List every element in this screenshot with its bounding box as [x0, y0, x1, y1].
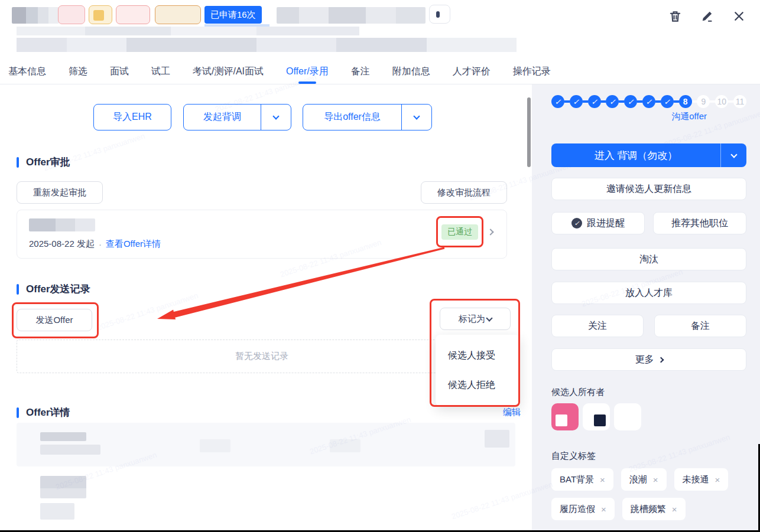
- applied-count-badge[interactable]: 已申请16次: [204, 6, 262, 24]
- chevron-down-icon: [272, 113, 279, 119]
- candidate-tag-chip: [58, 5, 85, 24]
- custom-tags-row: BAT背景× 浪潮× 未接通×: [551, 468, 728, 491]
- owner-avatar[interactable]: [614, 403, 641, 430]
- step-4[interactable]: ✓: [606, 95, 619, 108]
- tab-exam-assessment[interactable]: 考试/测评/AI面试: [193, 59, 264, 84]
- stage-dropdown-toggle[interactable]: [720, 143, 746, 167]
- view-offer-detail-link[interactable]: 查看Offer详情: [106, 239, 161, 250]
- annotation-box-status: 已通过: [436, 216, 483, 247]
- tag-bat-background[interactable]: BAT背景×: [551, 468, 613, 491]
- check-icon: ✓: [573, 97, 579, 106]
- step-10[interactable]: 10: [715, 95, 728, 108]
- redacted-text-block: [40, 503, 74, 520]
- candidate-owner-label: 候选人所有者: [551, 387, 605, 398]
- owner-avatars: [551, 403, 641, 430]
- enter-background-check-button[interactable]: 进入 背调（勿改）: [551, 143, 720, 167]
- delete-button[interactable]: [668, 9, 682, 23]
- mark-as-menu: 候选人接受 候选人拒绝: [436, 335, 520, 406]
- step-6[interactable]: ✓: [642, 95, 655, 108]
- redacted-text-block: [40, 432, 86, 441]
- talent-pool-button[interactable]: 放入人才库: [551, 282, 746, 304]
- offer-tab-content: 导入EHR 发起背调 导出offer信息 Offer审批 重新发起审批 修改审批…: [0, 84, 532, 532]
- reinitiate-approval-button[interactable]: 重新发起审批: [17, 181, 103, 204]
- export-offer-dropdown-toggle[interactable]: [401, 105, 431, 130]
- follow-reminder-button[interactable]: ✓ 跟进提醒: [551, 212, 645, 234]
- step-3[interactable]: ✓: [588, 95, 601, 108]
- pencil-icon: [700, 9, 714, 23]
- export-offer-button[interactable]: 导出offer信息: [303, 105, 401, 130]
- check-icon: ✓: [609, 97, 616, 106]
- chevron-down-icon: [486, 315, 492, 321]
- menu-item-candidate-rejected[interactable]: 候选人拒绝: [436, 370, 520, 400]
- step-2[interactable]: ✓: [570, 95, 583, 108]
- step-11[interactable]: 11: [733, 95, 746, 108]
- tab-talent-evaluation[interactable]: 人才评价: [453, 59, 491, 84]
- remove-tag-icon[interactable]: ×: [600, 475, 605, 485]
- chevron-down-icon: [730, 151, 737, 158]
- background-check-split-button: 发起背调: [183, 104, 291, 130]
- approval-record-meta: 2025-08-22 发起 · 查看Offer详情: [29, 239, 161, 250]
- owner-avatar[interactable]: [551, 403, 579, 430]
- status-badge-approved: 已通过: [441, 224, 478, 240]
- tab-notes[interactable]: 备注: [351, 59, 370, 84]
- candidate-offer-screen: 已申请16次 基本信息 筛选: [0, 0, 760, 532]
- step-9[interactable]: 9: [697, 95, 710, 108]
- redacted-text-block: [330, 439, 360, 452]
- import-ehr-button[interactable]: 导入EHR: [93, 104, 171, 130]
- tag-resume-fraud[interactable]: 履历造假×: [551, 498, 615, 520]
- remove-tag-icon[interactable]: ×: [672, 504, 677, 514]
- recommend-other-jobs-button[interactable]: 推荐其他职位: [653, 212, 746, 234]
- tab-operation-log[interactable]: 操作记录: [513, 59, 551, 84]
- title-accent-bar: [17, 157, 19, 168]
- redacted-text-block: [40, 476, 86, 498]
- menu-item-candidate-accepted[interactable]: 候选人接受: [436, 341, 520, 370]
- edit-button[interactable]: [700, 9, 714, 23]
- close-icon: [732, 9, 746, 23]
- primary-stage-split-button: 进入 背调（勿改）: [551, 143, 746, 167]
- invite-update-button[interactable]: 邀请候选人更新信息: [551, 178, 746, 200]
- approval-record-card[interactable]: 2025-08-22 发起 · 查看Offer详情 已通过: [17, 210, 507, 259]
- redacted-text-block: [17, 38, 517, 52]
- collapse-icon: [436, 11, 440, 18]
- tag-frequent-job-hopping[interactable]: 跳槽频繁×: [622, 498, 686, 520]
- meta-separator: ·: [99, 239, 102, 249]
- custom-tags-label: 自定义标签: [551, 451, 596, 462]
- mark-as-dropdown-button[interactable]: 标记为: [440, 308, 511, 330]
- remove-tag-icon[interactable]: ×: [601, 504, 606, 514]
- tag-no-answer[interactable]: 未接通×: [674, 468, 729, 491]
- eliminate-button[interactable]: 淘汰: [551, 248, 746, 270]
- step-1[interactable]: ✓: [551, 95, 564, 108]
- check-icon: ✓: [664, 97, 670, 106]
- redacted-candidate-name: [12, 7, 59, 24]
- remove-tag-icon[interactable]: ×: [715, 475, 720, 485]
- close-button[interactable]: [732, 9, 746, 23]
- tab-trial-work[interactable]: 试工: [151, 59, 170, 84]
- remove-tag-icon[interactable]: ×: [653, 475, 658, 485]
- tab-offer-hire[interactable]: Offer/录用: [286, 59, 329, 84]
- step-7[interactable]: ✓: [661, 95, 674, 108]
- tab-basic-info[interactable]: 基本信息: [8, 59, 46, 84]
- more-button[interactable]: 更多: [551, 348, 746, 371]
- empty-send-records: 暂无发送记录: [17, 340, 507, 373]
- note-button[interactable]: 备注: [654, 315, 746, 337]
- edit-offer-link[interactable]: 编辑: [503, 407, 521, 418]
- tag-langchao[interactable]: 浪潮×: [621, 468, 667, 491]
- modify-approval-flow-button[interactable]: 修改审批流程: [421, 181, 507, 204]
- redacted-approval-name: [29, 218, 95, 231]
- step-5[interactable]: ✓: [624, 95, 637, 108]
- check-icon: ✓: [591, 97, 597, 106]
- detail-tabbar: 基本信息 筛选 面试 试工 考试/测评/AI面试 Offer/录用 备注 附加信…: [0, 59, 760, 84]
- step-8-current[interactable]: 8: [679, 95, 692, 108]
- custom-tags-row: 履历造假× 跳槽频繁×: [551, 498, 686, 520]
- check-circle-icon: ✓: [571, 218, 582, 229]
- scrollbar-thumb[interactable]: [527, 97, 531, 167]
- tab-interview[interactable]: 面试: [110, 59, 129, 84]
- follow-button[interactable]: 关注: [551, 315, 644, 337]
- background-check-button[interactable]: 发起背调: [184, 105, 261, 130]
- tab-screening[interactable]: 筛选: [69, 59, 87, 84]
- owner-avatar[interactable]: [583, 403, 610, 430]
- send-offer-button[interactable]: 发送Offer: [17, 309, 92, 331]
- background-check-dropdown-toggle[interactable]: [261, 105, 291, 130]
- tab-additional-info[interactable]: 附加信息: [392, 59, 430, 84]
- collapse-button[interactable]: [429, 5, 450, 24]
